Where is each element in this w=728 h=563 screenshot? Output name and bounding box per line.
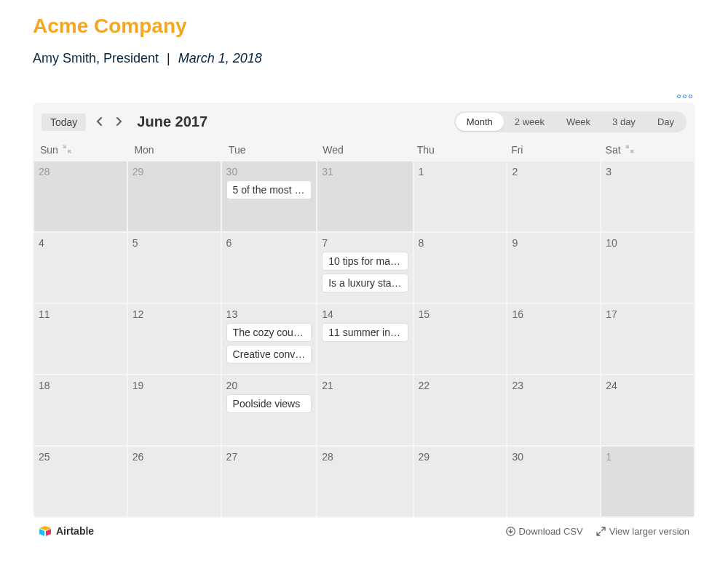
day-cell[interactable]: 23 [507, 375, 600, 445]
airtable-brand-text: Airtable [56, 525, 94, 537]
prev-month-button[interactable] [93, 115, 106, 129]
day-cell[interactable]: 30 [507, 447, 600, 516]
day-cell[interactable]: 31 [317, 161, 412, 231]
day-number: 14 [322, 308, 408, 320]
day-number: 7 [322, 237, 408, 249]
calendar-footer: Airtable Download CSV View larger versio… [33, 518, 695, 540]
dayname-sat: Sat [600, 138, 694, 161]
event-chip[interactable]: Poolside views [226, 394, 312, 413]
day-number: 29 [419, 451, 502, 463]
day-cell[interactable]: 5 [128, 233, 221, 303]
event-chip[interactable]: 11 summer in… [322, 323, 408, 342]
dayname-label: Fri [511, 144, 523, 156]
view-larger-text: View larger version [609, 526, 689, 537]
day-number: 4 [39, 237, 122, 249]
view-btn-2-week[interactable]: 2 week [504, 113, 555, 131]
day-number: 17 [606, 308, 689, 320]
day-number: 21 [322, 380, 408, 391]
download-csv-text: Download CSV [519, 526, 583, 537]
day-number: 20 [226, 380, 312, 391]
day-cell[interactable]: 1411 summer in… [317, 304, 412, 374]
collapse-icon[interactable] [625, 145, 634, 155]
day-number: 28 [39, 166, 122, 177]
today-button[interactable]: Today [41, 113, 86, 131]
view-btn-3-day[interactable]: 3 day [601, 113, 646, 131]
day-cell[interactable]: 25 [34, 447, 127, 516]
day-cell[interactable]: 6 [222, 233, 317, 303]
airtable-logo: Airtable [39, 525, 94, 537]
dayname-fri: Fri [505, 138, 599, 161]
day-cell[interactable]: 15 [414, 304, 507, 374]
view-btn-week[interactable]: Week [555, 113, 601, 131]
day-number: 2 [512, 166, 596, 177]
day-cell[interactable]: 1 [601, 447, 694, 516]
day-number: 18 [39, 380, 122, 391]
day-cell[interactable]: 26 [128, 447, 221, 516]
day-cell[interactable]: 21 [317, 375, 412, 445]
day-cell[interactable]: 13The cozy cou…Creative conv… [222, 304, 317, 374]
day-cell[interactable]: 18 [34, 375, 127, 445]
day-cell[interactable]: 10 [601, 233, 694, 303]
dayname-thu: Thu [411, 138, 505, 161]
dayname-label: Tue [229, 144, 246, 156]
dayname-label: Sat [606, 144, 621, 156]
day-cell[interactable]: 710 tips for ma…Is a luxury sta… [317, 233, 412, 303]
event-chip[interactable]: The cozy cou… [226, 323, 312, 342]
day-number: 5 [132, 237, 216, 249]
day-number: 22 [419, 380, 502, 391]
day-cell[interactable]: 29 [128, 161, 221, 231]
day-cell[interactable]: 20Poolside views [222, 375, 317, 445]
event-chip[interactable]: Creative conv… [226, 345, 312, 364]
day-cell[interactable]: 9 [507, 233, 600, 303]
view-larger-link[interactable]: View larger version [596, 526, 689, 537]
day-cell[interactable]: 2 [507, 161, 600, 231]
event-chip[interactable]: 10 tips for ma… [322, 252, 408, 271]
view-btn-day[interactable]: Day [646, 113, 685, 131]
event-chip[interactable]: 5 of the most … [226, 180, 312, 199]
day-number: 24 [606, 380, 689, 391]
day-cell[interactable]: 11 [34, 304, 127, 374]
options-dots[interactable] [33, 88, 695, 101]
day-number: 23 [512, 380, 596, 391]
day-number: 30 [226, 166, 312, 177]
author-name: Amy Smith, President [33, 51, 159, 65]
day-number: 27 [226, 451, 312, 463]
day-cell[interactable]: 8 [414, 233, 507, 303]
day-number: 1 [419, 166, 502, 177]
day-cell[interactable]: 19 [128, 375, 221, 445]
dayname-row: SunMonTueWedThuFriSat [33, 138, 695, 161]
day-number: 10 [606, 237, 689, 249]
day-cell[interactable]: 1 [414, 161, 507, 231]
publish-date: March 1, 2018 [178, 51, 262, 65]
dayname-label: Wed [323, 144, 344, 156]
day-number: 29 [132, 166, 216, 177]
day-cell[interactable]: 22 [414, 375, 507, 445]
download-csv-link[interactable]: Download CSV [506, 526, 583, 537]
byline-separator: | [167, 51, 170, 65]
day-cell[interactable]: 17 [601, 304, 694, 374]
day-cell[interactable]: 16 [507, 304, 600, 374]
next-month-button[interactable] [113, 115, 125, 129]
day-number: 13 [226, 308, 312, 320]
day-cell[interactable]: 4 [34, 233, 127, 303]
day-number: 8 [419, 237, 502, 249]
day-cell[interactable]: 3 [601, 161, 694, 231]
day-cell[interactable]: 24 [601, 375, 694, 445]
day-cell[interactable]: 28 [317, 447, 412, 516]
dayname-label: Mon [134, 144, 154, 156]
download-icon [506, 527, 515, 536]
day-number: 26 [132, 451, 216, 463]
dayname-label: Sun [40, 144, 58, 156]
day-number: 30 [512, 451, 596, 463]
day-cell[interactable]: 305 of the most … [222, 161, 317, 231]
day-cell[interactable]: 29 [414, 447, 507, 516]
day-cell[interactable]: 12 [128, 304, 221, 374]
dayname-sun: Sun [34, 138, 128, 161]
view-btn-month[interactable]: Month [456, 113, 504, 131]
event-chip[interactable]: Is a luxury sta… [322, 273, 408, 292]
collapse-icon[interactable] [63, 145, 71, 155]
day-cell[interactable]: 28 [34, 161, 127, 231]
airtable-logo-icon [39, 526, 52, 537]
footer-brand[interactable]: Airtable [39, 525, 94, 537]
day-cell[interactable]: 27 [222, 447, 317, 516]
